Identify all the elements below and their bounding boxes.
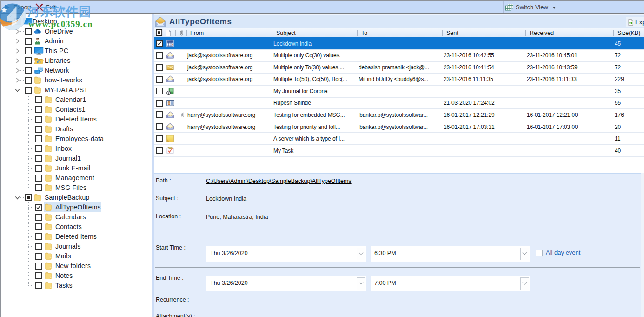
tree-checkbox[interactable] (35, 126, 42, 133)
item-type-column-header[interactable] (165, 28, 172, 37)
tree-checkbox[interactable] (35, 135, 42, 142)
tree-expand-icon[interactable] (14, 67, 20, 74)
row-checkbox[interactable] (156, 123, 163, 130)
tree-checkbox[interactable] (35, 106, 42, 113)
tree-item-drafts[interactable]: Drafts (1, 124, 148, 134)
end-date-dropdown-button[interactable] (357, 277, 365, 290)
tree-checkbox[interactable] (35, 155, 42, 162)
tree-item-my-data-pst[interactable]: MY-DATA.PST (1, 85, 148, 95)
tree-checkbox[interactable] (35, 282, 42, 289)
end-time-dropdown-button[interactable] (520, 277, 529, 290)
export-selected-button[interactable]: Exp (626, 17, 644, 27)
tree-checkbox[interactable] (25, 47, 32, 54)
tree-checkbox[interactable] (35, 184, 42, 191)
tree-checkbox[interactable] (35, 165, 42, 172)
tree-checkbox[interactable] (35, 253, 42, 260)
tree-item-samplebackup[interactable]: SampleBackup (1, 193, 148, 202)
tree-item-libraries[interactable]: Libraries (1, 56, 148, 66)
tree-item-notes[interactable]: Notes (1, 271, 148, 281)
tree-collapse-icon[interactable] (14, 87, 20, 93)
item-row[interactable]: jack@systoolssoftware.orgMultiple To(50)… (154, 74, 644, 86)
tree-item-calendar1[interactable]: Calendar1 (1, 95, 148, 105)
tree-checkbox[interactable] (35, 223, 42, 230)
tree-item-admin[interactable]: Admin (1, 36, 148, 46)
row-checkbox[interactable] (156, 100, 163, 107)
row-checkbox[interactable] (156, 76, 163, 83)
tree-checkbox[interactable] (35, 96, 42, 103)
row-checkbox[interactable] (156, 64, 163, 71)
tree-checkbox[interactable] (25, 57, 32, 64)
row-checkbox[interactable] (156, 52, 163, 59)
tree-item-contacts[interactable]: Contacts (1, 222, 148, 232)
tree-item-inbox[interactable]: Inbox (1, 144, 148, 154)
start-date-dropdown-button[interactable] (357, 248, 365, 260)
row-checkbox[interactable] (156, 147, 163, 154)
tree-checkbox[interactable] (25, 194, 32, 201)
item-row[interactable]: harry@systoolssoftware.orgTesting for em… (154, 109, 644, 121)
tree-expand-icon[interactable] (14, 77, 20, 83)
row-checkbox[interactable] (156, 111, 163, 118)
column-header-received[interactable]: Received (530, 28, 554, 37)
tree-item-how-it-works[interactable]: how-it-works (1, 75, 148, 85)
export-button[interactable]: Export (4, 1, 31, 13)
tree-checkbox[interactable] (35, 175, 42, 182)
all-day-event-checkbox[interactable] (536, 250, 543, 256)
column-header-sizekb[interactable]: Size(KB) (617, 28, 640, 37)
tree-item-tasks[interactable]: Tasks (1, 281, 148, 290)
tree-checkbox[interactable] (14, 18, 21, 25)
start-time-dropdown-button[interactable] (520, 248, 529, 260)
detail-scrollbar[interactable] (641, 173, 644, 317)
tree-item-deleted-items[interactable]: Deleted Items (1, 115, 148, 124)
tree-checkbox[interactable] (35, 272, 42, 279)
tree-expand-icon[interactable] (14, 58, 20, 64)
tree-checkbox[interactable] (35, 243, 42, 250)
tree-checkbox[interactable] (35, 214, 42, 221)
tree-item-network[interactable]: Network (1, 66, 148, 75)
row-checkbox[interactable] (156, 40, 163, 47)
tree-item-journals[interactable]: Journals (1, 242, 148, 251)
tree-checkbox[interactable] (35, 145, 42, 152)
item-row[interactable]: harry@systoolssoftware.orgTesting for pr… (154, 121, 644, 134)
tree-item-deleted-items[interactable]: Deleted Items (1, 232, 148, 242)
switch-view-button[interactable]: Switch View (505, 1, 556, 13)
start-time-combo[interactable]: 6:30 PM (371, 246, 530, 262)
item-row[interactable]: My Task40 (154, 145, 644, 157)
tree-expand-icon[interactable] (14, 48, 20, 54)
exit-button[interactable]: Exit (35, 1, 56, 13)
tree-checkbox[interactable] (35, 233, 42, 240)
item-row[interactable]: jack@systoolssoftware.orgMultiple only T… (154, 62, 644, 74)
tree-item-journal1[interactable]: Journal1 (1, 154, 148, 163)
tree-item-onedrive[interactable]: OneDrive (1, 27, 148, 36)
tree-checkbox[interactable] (25, 38, 32, 45)
end-date-combo[interactable]: Thu 3/26/2020 (206, 276, 366, 291)
tree-checkbox[interactable] (35, 204, 42, 211)
item-row[interactable]: Lockdown India45 (154, 38, 644, 50)
tree-checkbox[interactable] (25, 67, 32, 74)
select-all-checkbox[interactable] (156, 28, 163, 37)
item-row[interactable]: A server which is a type of I...11 (154, 133, 644, 145)
column-header-subject[interactable]: Subject (276, 28, 296, 37)
tree-item-contacts1[interactable]: Contacts1 (1, 105, 148, 115)
tree-item-junk-e-mail[interactable]: Junk E-mail (1, 163, 148, 173)
attachment-column-header[interactable] (179, 28, 185, 37)
column-header-from[interactable]: From (190, 28, 204, 37)
tree-item-this-pc[interactable]: This PC (1, 46, 148, 56)
tree-item-desktop[interactable]: Desktop (1, 17, 148, 27)
tree-item-new-folders[interactable]: New folders (1, 261, 148, 271)
tree-checkbox[interactable] (25, 28, 32, 35)
tree-expand-icon[interactable] (14, 38, 20, 44)
tree-expand-icon[interactable] (14, 28, 20, 34)
tree-item-employees-data[interactable]: Employees-data (1, 134, 148, 144)
tree-collapse-icon[interactable] (4, 19, 10, 25)
row-checkbox[interactable] (156, 88, 163, 94)
tree-collapse-icon[interactable] (14, 195, 20, 201)
path-link[interactable]: C:\Users\Admin\Desktop\SampleBackup\AllT… (206, 178, 352, 184)
item-row[interactable]: My Journal for Corona35 (154, 86, 644, 98)
tree-item-msg-files[interactable]: MSG Files (1, 183, 148, 193)
end-time-combo[interactable]: 7:00 PM (371, 276, 530, 291)
item-row[interactable]: Rupesh Shinde21-03-2020 17:24:0255 (154, 98, 644, 110)
tree-item-calendars[interactable]: Calendars (1, 212, 148, 222)
column-header-sent[interactable]: Sent (446, 28, 458, 37)
tree-item-alltypeofitems[interactable]: AllTypeOfItems (1, 202, 148, 212)
tree-item-management[interactable]: Management (1, 173, 148, 183)
